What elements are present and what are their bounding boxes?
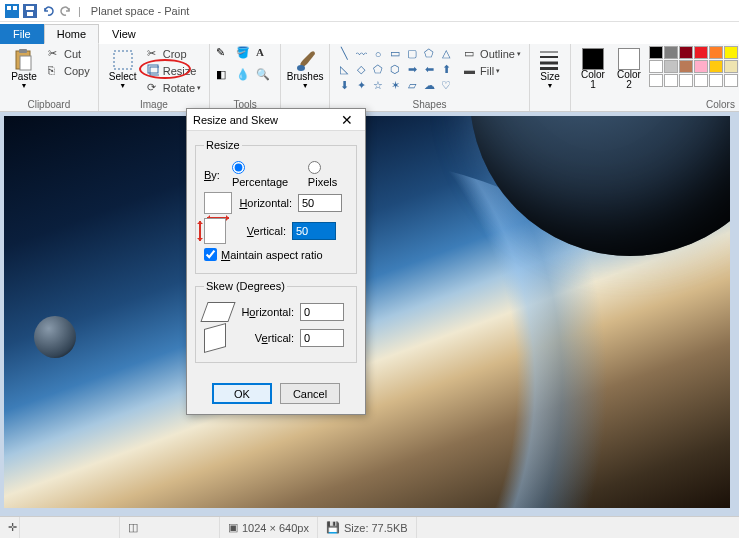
fill-tool[interactable]: 🪣 <box>236 46 254 66</box>
shape-curve[interactable]: 〰 <box>353 46 369 61</box>
skew-v-label: Vertical: <box>240 332 294 344</box>
shape-rect[interactable]: ▭ <box>387 46 403 61</box>
color-swatch[interactable] <box>709 46 723 59</box>
maintain-ratio-checkbox[interactable] <box>204 248 217 261</box>
svg-rect-5 <box>27 12 33 16</box>
cancel-button[interactable]: Cancel <box>280 383 340 404</box>
color-swatch[interactable] <box>694 74 708 87</box>
shape-oval[interactable]: ○ <box>370 46 386 61</box>
shape-arrow-u[interactable]: ⬆ <box>438 62 454 77</box>
crop-button[interactable]: ✂Crop <box>145 46 203 62</box>
size-button[interactable]: Size▼ <box>536 46 564 89</box>
group-tools: ✎ 🪣 A ◧ 💧 🔍 Tools <box>210 44 281 111</box>
shapes-gallery[interactable]: ╲ 〰 ○ ▭ ▢ ⬠ △ ◺ ◇ ⬠ ⬡ ➡ ⬅ ⬆ ⬇ ✦ ☆ ✶ ▱ ☁ <box>336 46 454 93</box>
color-swatch[interactable] <box>664 60 678 73</box>
magnifier-tool[interactable]: 🔍 <box>256 68 274 88</box>
brushes-button[interactable]: Brushes▼ <box>287 46 323 89</box>
shape-arrow-l[interactable]: ⬅ <box>421 62 437 77</box>
shape-heart[interactable]: ♡ <box>438 78 454 93</box>
svg-rect-1 <box>7 6 11 10</box>
text-tool[interactable]: A <box>256 46 274 66</box>
svg-rect-8 <box>20 56 31 70</box>
color2-button[interactable]: Color 2 <box>613 46 645 90</box>
radio-pixels[interactable]: Pixels <box>308 161 348 188</box>
skew-v-icon <box>204 326 234 350</box>
canvas-area <box>0 112 739 516</box>
color-swatch[interactable] <box>649 46 663 59</box>
canvas[interactable] <box>4 116 730 508</box>
cut-button[interactable]: ✂Cut <box>46 46 92 62</box>
shape-arrow-r[interactable]: ➡ <box>404 62 420 77</box>
color-swatch[interactable] <box>694 46 708 59</box>
group-image: Select▼ ✂Crop Resize ⟳Rotate▾ Image <box>99 44 210 111</box>
svg-rect-4 <box>26 6 34 10</box>
color-swatch[interactable] <box>679 46 693 59</box>
group-size: Size▼ <box>530 44 571 111</box>
shape-star4[interactable]: ✦ <box>353 78 369 93</box>
app-icon <box>4 3 20 19</box>
resize-h-icon <box>204 192 232 214</box>
resize-button[interactable]: Resize <box>145 63 203 79</box>
pencil-tool[interactable]: ✎ <box>216 46 234 66</box>
resize-horizontal-input[interactable] <box>298 194 342 212</box>
color-swatch[interactable] <box>709 74 723 87</box>
shape-triangle[interactable]: △ <box>438 46 454 61</box>
color-swatch[interactable] <box>664 74 678 87</box>
shape-diamond[interactable]: ◇ <box>353 62 369 77</box>
selection-size: ◫ <box>120 517 220 538</box>
shape-pentagon[interactable]: ⬠ <box>370 62 386 77</box>
ok-button[interactable]: OK <box>212 383 272 404</box>
file-size: 💾 Size: 77.5KB <box>318 517 417 538</box>
resize-skew-dialog: Resize and Skew ✕ Resize By: Percentage … <box>186 108 366 415</box>
shape-line[interactable]: ╲ <box>336 46 352 61</box>
shape-star5[interactable]: ☆ <box>370 78 386 93</box>
undo-icon[interactable] <box>40 3 56 19</box>
shape-cloud[interactable]: ☁ <box>421 78 437 93</box>
color1-button[interactable]: Color 1 <box>577 46 609 90</box>
color-swatch[interactable] <box>679 74 693 87</box>
maintain-label: Maintain aspect ratio <box>221 249 323 261</box>
color-swatch[interactable] <box>664 46 678 59</box>
tab-file[interactable]: File <box>0 24 44 44</box>
skew-vertical-input[interactable] <box>300 329 344 347</box>
shape-right-tri[interactable]: ◺ <box>336 62 352 77</box>
paste-button[interactable]: Paste ▼ <box>6 46 42 89</box>
color-swatch[interactable] <box>724 46 738 59</box>
fill-button[interactable]: ▬Fill▾ <box>462 63 523 79</box>
outline-button[interactable]: ▭Outline▾ <box>462 46 523 62</box>
close-button[interactable]: ✕ <box>335 111 359 129</box>
color-swatch[interactable] <box>649 60 663 73</box>
paste-label: Paste <box>11 72 37 82</box>
status-bar: ✛ ◫ ▣ 1024 × 640px 💾 Size: 77.5KB <box>0 516 739 538</box>
picker-tool[interactable]: 💧 <box>236 68 254 88</box>
shape-arrow-d[interactable]: ⬇ <box>336 78 352 93</box>
color-swatch[interactable] <box>724 74 738 87</box>
shape-callout[interactable]: ▱ <box>404 78 420 93</box>
resize-v-icon <box>204 218 226 244</box>
select-button[interactable]: Select▼ <box>105 46 141 89</box>
color-swatch[interactable] <box>724 60 738 73</box>
skew-horizontal-input[interactable] <box>300 303 344 321</box>
color-swatch[interactable] <box>649 74 663 87</box>
color-swatch[interactable] <box>709 60 723 73</box>
save-icon[interactable] <box>22 3 38 19</box>
copy-button[interactable]: ⎘Copy <box>46 63 92 79</box>
group-clipboard: Paste ▼ ✂Cut ⎘Copy Clipboard <box>0 44 99 111</box>
shape-roundrect[interactable]: ▢ <box>404 46 420 61</box>
shape-star6[interactable]: ✶ <box>387 78 403 93</box>
rotate-button[interactable]: ⟳Rotate▾ <box>145 80 203 96</box>
shape-hexagon[interactable]: ⬡ <box>387 62 403 77</box>
tab-view[interactable]: View <box>99 24 149 44</box>
eraser-tool[interactable]: ◧ <box>216 68 234 88</box>
skew-fieldset: Skew (Degrees) Horizontal: Vertical: <box>195 280 357 363</box>
tab-home[interactable]: Home <box>44 24 99 44</box>
ribbon: Paste ▼ ✂Cut ⎘Copy Clipboard Select▼ ✂Cr… <box>0 44 739 112</box>
radio-percentage[interactable]: Percentage <box>232 161 296 188</box>
shape-polygon[interactable]: ⬠ <box>421 46 437 61</box>
h-label: Horizontal: <box>238 197 292 209</box>
cursor-pos-icon: ✛ <box>0 517 20 538</box>
color-swatch[interactable] <box>694 60 708 73</box>
redo-icon[interactable] <box>58 3 74 19</box>
color-swatch[interactable] <box>679 60 693 73</box>
resize-vertical-input[interactable] <box>292 222 336 240</box>
